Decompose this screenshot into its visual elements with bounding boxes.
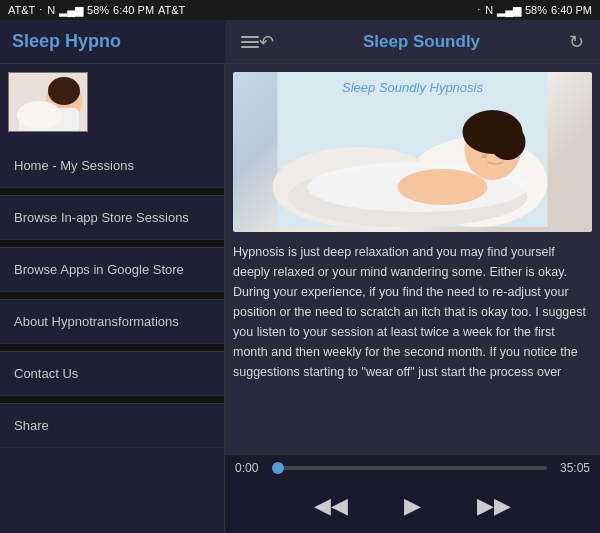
nfc-icon: N xyxy=(47,4,55,16)
sidebar: Home - My Sessions Browse In-app Store S… xyxy=(0,64,225,533)
content-title: Sleep Soundly xyxy=(274,32,569,52)
total-time: 35:05 xyxy=(555,461,590,475)
current-time: 0:00 xyxy=(235,461,270,475)
progress-dot xyxy=(272,462,284,474)
thumbnail-image xyxy=(9,73,87,131)
sidebar-item-home[interactable]: Home - My Sessions xyxy=(0,144,224,188)
status-bar: AT&T ⋅ N ▂▄▆ 58% 6:40 PM AT&T ⋅ N ▂▄▆ 58… xyxy=(0,0,600,20)
nav-center: ↶ Sleep Soundly ↻ xyxy=(225,20,600,64)
hamburger-icon[interactable] xyxy=(241,36,259,48)
svg-point-4 xyxy=(17,101,61,129)
sidebar-item-about[interactable]: About Hypnotransformations xyxy=(0,300,224,344)
battery-icon: 58% xyxy=(87,4,109,16)
play-icon: ▶ xyxy=(404,493,421,518)
time-left: 6:40 PM xyxy=(113,4,154,16)
content-area: Sleep Soundly Hypnosis xyxy=(225,64,600,533)
bluetooth-icon: ⋅ xyxy=(39,4,43,17)
hamburger-line-3 xyxy=(241,46,259,48)
svg-point-14 xyxy=(398,169,488,205)
bluetooth-icon-right: ⋅ xyxy=(477,4,481,17)
svg-point-12 xyxy=(490,124,526,160)
back-icon[interactable]: ↶ xyxy=(259,31,274,53)
sidebar-divider-3 xyxy=(0,292,224,300)
battery-icon-right: 58% xyxy=(525,4,547,16)
nfc-icon-right: N xyxy=(485,4,493,16)
sidebar-item-share[interactable]: Share xyxy=(0,404,224,448)
signal-icon-right: ▂▄▆ xyxy=(497,4,521,17)
forward-icon: ▶▶ xyxy=(477,493,511,518)
player-bar: 0:00 35:05 ◀◀ ▶ ▶▶ xyxy=(225,454,600,533)
carrier2-left: AT&T xyxy=(158,4,185,16)
hero-image: Sleep Soundly Hypnosis xyxy=(233,72,592,232)
sidebar-item-contact[interactable]: Contact Us xyxy=(0,352,224,396)
time-right: 6:40 PM xyxy=(551,4,592,16)
main-content: Home - My Sessions Browse In-app Store S… xyxy=(0,64,600,533)
sidebar-item-browse-google[interactable]: Browse Apps in Google Store xyxy=(0,248,224,292)
nav-left: Sleep Hypno xyxy=(0,20,225,64)
rewind-button[interactable]: ◀◀ xyxy=(306,489,356,523)
hero-title: Sleep Soundly Hypnosis xyxy=(342,80,483,95)
sidebar-divider-5 xyxy=(0,396,224,404)
content-body-text: Hypnosis is just deep relaxation and you… xyxy=(233,242,592,382)
svg-point-13 xyxy=(482,154,488,158)
thumbnail-svg xyxy=(9,73,87,131)
content-scroll[interactable]: Sleep Soundly Hypnosis xyxy=(225,64,600,454)
hamburger-line-1 xyxy=(241,36,259,38)
top-nav: Sleep Hypno ↶ Sleep Soundly ↻ xyxy=(0,20,600,64)
sidebar-thumbnail[interactable] xyxy=(8,72,88,132)
hamburger-line-2 xyxy=(241,41,259,43)
progress-row: 0:00 35:05 xyxy=(225,455,600,481)
sidebar-item-browse-inapp[interactable]: Browse In-app Store Sessions xyxy=(0,196,224,240)
sidebar-divider-1 xyxy=(0,188,224,196)
rewind-icon: ◀◀ xyxy=(314,493,348,518)
sidebar-divider-2 xyxy=(0,240,224,248)
signal-icon: ▂▄▆ xyxy=(59,4,83,17)
hero-svg xyxy=(233,72,592,227)
status-bar-left: AT&T ⋅ N ▂▄▆ 58% 6:40 PM AT&T xyxy=(8,4,185,17)
app-title: Sleep Hypno xyxy=(12,31,121,52)
sidebar-divider-4 xyxy=(0,344,224,352)
forward-button[interactable]: ▶▶ xyxy=(469,489,519,523)
sidebar-menu: Home - My Sessions Browse In-app Store S… xyxy=(0,136,224,448)
carrier-left: AT&T xyxy=(8,4,35,16)
controls-row: ◀◀ ▶ ▶▶ xyxy=(225,481,600,533)
play-button[interactable]: ▶ xyxy=(396,489,429,523)
svg-point-2 xyxy=(48,77,80,105)
status-bar-right: ⋅ N ▂▄▆ 58% 6:40 PM xyxy=(477,4,592,17)
progress-track[interactable] xyxy=(278,466,547,470)
refresh-icon[interactable]: ↻ xyxy=(569,31,584,53)
